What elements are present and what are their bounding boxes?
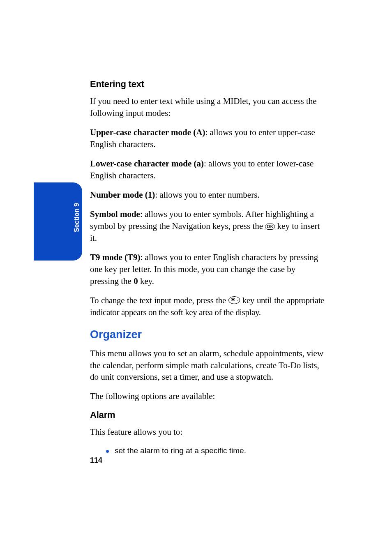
alarm-bullet-1: set the alarm to ring at a specific time… xyxy=(108,445,324,457)
para-symbol: Symbol mode: allows you to enter symbols… xyxy=(90,208,324,244)
label-number: Number mode (1) xyxy=(90,190,155,200)
para-change: To change the text input mode, press the… xyxy=(90,295,324,318)
content-area: Entering text If you need to enter text … xyxy=(90,79,324,457)
label-lower: Lower-case character mode (a) xyxy=(90,159,204,168)
alarm-bullet-list: set the alarm to ring at a specific time… xyxy=(90,445,324,457)
label-symbol: Symbol mode xyxy=(90,209,140,219)
star-key-icon xyxy=(228,296,240,304)
zero-key: 0 xyxy=(134,276,138,286)
heading-entering-text: Entering text xyxy=(90,79,324,90)
heading-organizer: Organizer xyxy=(90,328,324,341)
page: Section 9 Entering text If you need to e… xyxy=(0,0,392,542)
para-lower: Lower-case character mode (a): allows yo… xyxy=(90,158,324,182)
text-t9-b: key. xyxy=(138,276,154,286)
para-alarm-intro: This feature allows you to: xyxy=(90,426,324,438)
para-organizer-intro: This menu allows you to set an alarm, sc… xyxy=(90,348,324,383)
label-t9: T9 mode (T9) xyxy=(90,252,141,262)
text-number: : allows you to enter numbers. xyxy=(155,190,259,200)
para-intro: If you need to enter text while using a … xyxy=(90,95,324,119)
label-upper: Upper-case character mode (A) xyxy=(90,127,205,137)
page-number: 114 xyxy=(90,456,102,465)
heading-alarm: Alarm xyxy=(90,410,324,420)
section-tab-label: Section 9 xyxy=(73,203,81,232)
para-number: Number mode (1): allows you to enter num… xyxy=(90,189,324,201)
para-t9: T9 mode (T9): allows you to enter Englis… xyxy=(90,251,324,287)
para-upper: Upper-case character mode (A): allows yo… xyxy=(90,127,324,150)
ok-key-icon: OK xyxy=(265,224,275,230)
text-change-a: To change the text input mode, press the xyxy=(90,295,228,305)
para-organizer-follow: The following options are available: xyxy=(90,390,324,402)
